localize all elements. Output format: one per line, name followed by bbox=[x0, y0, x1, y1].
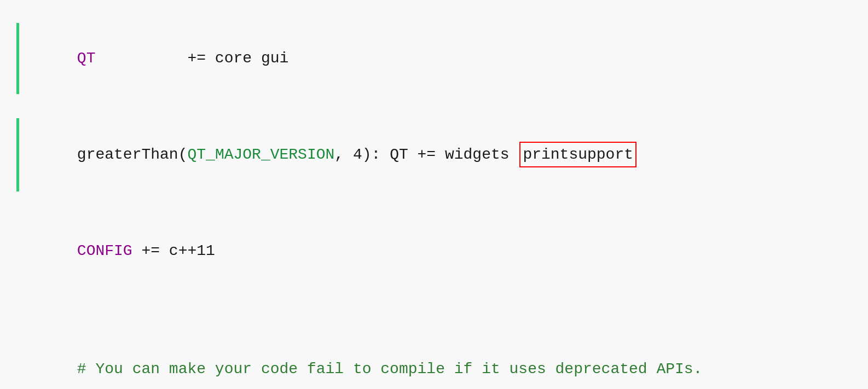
code-line-3: CONFIG += c++11 bbox=[16, 215, 852, 286]
blank-line-1 bbox=[16, 94, 852, 118]
highlighted-word: printsupport bbox=[519, 142, 636, 167]
keyword-config: CONFIG bbox=[77, 242, 132, 259]
code-line-2: greaterThan(QT_MAJOR_VERSION, 4): QT += … bbox=[16, 118, 852, 191]
line-content-3: CONFIG += c++11 bbox=[16, 215, 215, 286]
func-name: greaterThan( bbox=[77, 146, 188, 163]
macro-name: QT_MAJOR_VERSION bbox=[187, 146, 334, 163]
line-indicator-1 bbox=[16, 23, 19, 94]
code-line-1: QT += core gui bbox=[16, 23, 852, 94]
comment-text-1: # You can make your code fail to compile… bbox=[77, 361, 703, 378]
code-text-2: , 4): QT += widgets bbox=[334, 146, 518, 163]
blank-line-3 bbox=[16, 286, 852, 310]
code-editor: QT += core gui greaterThan(QT_MAJOR_VERS… bbox=[0, 13, 868, 389]
line-content-1: QT += core gui bbox=[16, 23, 288, 94]
code-text-3: += c++11 bbox=[132, 242, 215, 259]
keyword-qt-1: QT bbox=[77, 50, 96, 67]
line-indicator-2 bbox=[16, 118, 19, 191]
blank-line-2 bbox=[16, 191, 852, 215]
line-content-comment-1: # You can make your code fail to compile… bbox=[16, 334, 702, 389]
code-line-comment-1: # You can make your code fail to compile… bbox=[16, 334, 852, 389]
blank-line-4 bbox=[16, 310, 852, 334]
line-content-2: greaterThan(QT_MAJOR_VERSION, 4): QT += … bbox=[16, 118, 636, 191]
code-text-1: += core gui bbox=[95, 50, 288, 67]
